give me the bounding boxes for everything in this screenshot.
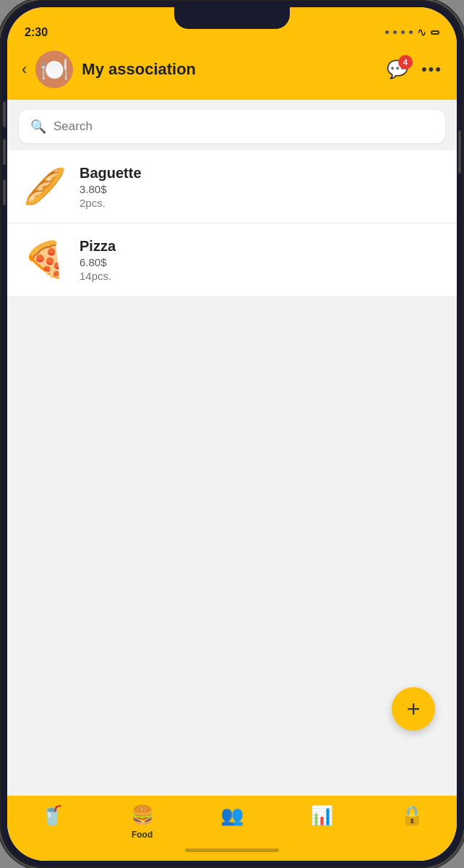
status-time: 2:30 <box>25 26 48 39</box>
account-icon: 🔒 <box>400 804 424 827</box>
fab-container: + <box>392 687 435 731</box>
item-info-pizza: Pizza 6.80$ 14pcs. <box>80 238 116 282</box>
item-qty: 2pcs. <box>80 197 142 209</box>
search-input[interactable] <box>53 119 434 134</box>
item-qty: 14pcs. <box>80 270 116 282</box>
nav-food-label: Food <box>132 830 152 840</box>
signal-dot-4 <box>409 30 413 34</box>
header-left: ‹ 🍽️ My association <box>22 51 196 88</box>
notification-badge: 4 <box>398 55 413 69</box>
item-name: Baguette <box>80 165 142 182</box>
signal-dot-1 <box>385 30 389 34</box>
signal-dot-2 <box>393 30 397 34</box>
drinks-icon: 🥤 <box>40 804 64 827</box>
status-icons: ∿ <box>385 25 439 39</box>
food-icon: 🍔 <box>131 804 154 827</box>
page-title: My association <box>82 60 196 79</box>
add-button[interactable]: + <box>392 687 435 731</box>
signal-dot-3 <box>401 30 405 34</box>
back-button[interactable]: ‹ <box>22 60 27 79</box>
item-price: 3.80$ <box>80 183 142 195</box>
nav-item-stats[interactable]: 📊 <box>310 804 333 827</box>
item-info-baguette: Baguette 3.80$ 2pcs. <box>80 165 142 209</box>
item-name: Pizza <box>80 238 116 255</box>
phone-frame: 2:30 ∿ ‹ 🍽️ My association <box>0 0 464 868</box>
nav-item-account[interactable]: 🔒 <box>400 804 424 827</box>
main-content: 🔍 🥖 Baguette 3.80$ 2pcs. 🍕 Pizza <box>7 100 457 796</box>
battery-icon <box>431 30 439 35</box>
header-right: 💬 4 ••• <box>387 59 442 80</box>
more-options-button[interactable]: ••• <box>421 60 442 79</box>
phone-screen: 2:30 ∿ ‹ 🍽️ My association <box>7 7 457 861</box>
search-bar[interactable]: 🔍 <box>19 110 445 143</box>
nav-item-drinks[interactable]: 🥤 <box>40 804 64 827</box>
members-icon: 👥 <box>220 804 244 827</box>
nav-item-food[interactable]: 🍔 Food <box>131 804 154 840</box>
search-icon: 🔍 <box>30 119 46 135</box>
item-image-pizza: 🍕 <box>22 237 68 283</box>
notch <box>174 7 290 29</box>
header: ‹ 🍽️ My association 💬 4 ••• <box>7 43 457 100</box>
home-indicator <box>185 848 279 852</box>
list-item[interactable]: 🥖 Baguette 3.80$ 2pcs. <box>7 150 457 224</box>
nav-item-members[interactable]: 👥 <box>220 804 244 827</box>
list-item[interactable]: 🍕 Pizza 6.80$ 14pcs. <box>7 224 457 296</box>
item-price: 6.80$ <box>80 256 116 268</box>
item-image-baguette: 🥖 <box>22 163 68 210</box>
notification-button[interactable]: 💬 4 <box>387 59 408 80</box>
stats-icon: 📊 <box>310 804 333 827</box>
avatar[interactable]: 🍽️ <box>35 51 73 88</box>
food-list: 🥖 Baguette 3.80$ 2pcs. 🍕 Pizza 6.80$ 14p… <box>7 150 457 296</box>
wifi-icon: ∿ <box>417 25 426 39</box>
plus-icon: + <box>407 696 421 723</box>
